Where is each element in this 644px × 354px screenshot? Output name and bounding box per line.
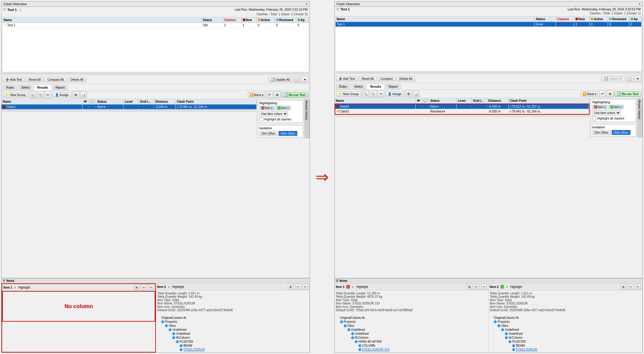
display-settings-tab[interactable]: Display Settings	[304, 99, 310, 138]
right-results-scrollbar[interactable]	[335, 115, 589, 117]
r-new-group-button[interactable]: 📁 New Group	[336, 91, 362, 97]
r-item-colors-select[interactable]: Use item colors	[592, 110, 621, 116]
r-tab-report[interactable]: Report	[385, 84, 401, 90]
item2-prop-5: Default GUID: 252534f8-105e-4377-ad1f-b5…	[157, 308, 308, 312]
next-btn[interactable]: ⚙	[274, 91, 281, 98]
results-icon-btn2[interactable]: 📎	[37, 91, 44, 98]
r-export-dropdown-btn[interactable]: ▾	[635, 75, 641, 82]
r2-tree-link-label[interactable]: STEEL/S355JR	[516, 348, 537, 351]
r-tree-steel153[interactable]: 🔷 STEEL/S355JR 153	[358, 348, 487, 352]
item1-btn3[interactable]: ✂	[149, 285, 154, 290]
item1-btn2[interactable]: ↩	[141, 285, 147, 290]
item2-btn1[interactable]: ⊞	[288, 284, 293, 289]
r-tree-link-label[interactable]: STEEL/S355JR 153	[362, 348, 390, 351]
tree-link-label[interactable]: STEEL/S355JR	[183, 348, 205, 351]
hide-other-btn[interactable]: Hide Other	[278, 131, 297, 136]
compact-all-button[interactable]: Compact All	[45, 77, 66, 82]
item-colors-select[interactable]: Use item colors	[259, 111, 288, 116]
add-test-button[interactable]: ➕ Add Test	[3, 77, 25, 82]
r-none-dropdown[interactable]: 🔽 None ▾	[581, 91, 598, 97]
tab-rules[interactable]: Rules	[3, 85, 17, 90]
dim-other-btn[interactable]: Dim Other	[259, 131, 278, 136]
r-hide-other-btn[interactable]: Hide Other	[612, 130, 631, 135]
highlight-all-checkbox[interactable]	[259, 117, 263, 121]
item2-prop-3: Item Name: STEEL/S355JR	[157, 302, 308, 305]
r-item2-btn1[interactable]: ⊞	[621, 284, 626, 289]
r2-tree-steel[interactable]: 🔷 STEEL/S355JR	[512, 348, 641, 352]
rcol-dist: Distance	[154, 99, 175, 104]
r-clash1-status-dropdown[interactable]: Resolved ▾	[430, 110, 455, 113]
export-btn[interactable]: 📋	[294, 76, 300, 83]
r-prev-btn[interactable]: ↶	[599, 90, 606, 97]
r-table-row[interactable]: Test 1 Done 2 1 0 0 0	[336, 22, 642, 27]
update-all-button[interactable]: 🔄 Update All	[268, 77, 293, 82]
results-icon-btn4[interactable]: ⚙	[72, 91, 79, 98]
r-compact-button[interactable]: Compact	[378, 76, 396, 81]
right-collapse-icon[interactable]: ▽	[337, 8, 339, 11]
r-delete-all-button[interactable]: Delete All	[397, 76, 415, 81]
r-results-icon-btn1[interactable]: 🔍	[362, 90, 369, 97]
r-item1-btn[interactable]: Item 1	[592, 105, 607, 109]
r-highlight-all-checkbox[interactable]	[592, 116, 596, 120]
clash1-row-right[interactable]: Clash1 Resolved ▾ -0.030 m (-79.491 m,	[335, 109, 589, 114]
r-item2-btn[interactable]: Item 2	[609, 105, 624, 109]
r-item2-prop-4: Item Icon: Geometry	[490, 305, 641, 308]
r-item1-btn2[interactable]: ↩	[474, 284, 480, 289]
r-tab-rules[interactable]: Rules	[336, 84, 351, 90]
new-group-button[interactable]: 📁 New Group	[3, 92, 28, 98]
r-display-settings-tab[interactable]: Display Settings	[637, 98, 642, 138]
r-update-all-button[interactable]: 🔄 Update All	[601, 76, 625, 81]
none-dropdown[interactable]: 🔽 None ▾	[248, 92, 265, 98]
item2-btn3[interactable]: ✂	[303, 284, 308, 289]
r-items-collapse[interactable]: ▽	[336, 279, 338, 282]
tab-select[interactable]: Select	[18, 85, 33, 90]
item1-btn[interactable]: Item 1	[259, 106, 274, 110]
r-rerun-test-button[interactable]: 🔄 Re-run Test	[614, 91, 641, 97]
right-scrollbar[interactable]	[335, 72, 642, 74]
clash1-row[interactable]: Clash1 New ▾ -0.030 m (-79.491 m, -51.1	[2, 105, 257, 109]
prev-btn[interactable]: ↶	[266, 91, 273, 98]
left-collapse-icon[interactable]: ▽	[3, 8, 6, 11]
item1-btn1[interactable]: ⊞	[134, 285, 139, 290]
results-icon-btn5[interactable]: 📊	[80, 91, 87, 98]
clash2-row[interactable]: Clash2 New ▾ -0.039 m (-79.522 m, -51.2	[335, 104, 589, 109]
table-row[interactable]: ⚠ Test 1 Old 1 1 0 0 0	[2, 23, 309, 28]
r-add-test-button[interactable]: ➕ Add Test	[336, 76, 358, 81]
results-icon-btn3[interactable]: ✂	[45, 91, 51, 98]
tree-item-steel[interactable]: 🔷 STEEL/S355JR	[179, 348, 308, 352]
r-results-icon-btn3[interactable]: ✂	[377, 90, 384, 97]
r-export-btn[interactable]: 📋	[627, 75, 633, 82]
r-item2-btn2[interactable]: ↩	[628, 284, 634, 289]
clash2-status-dropdown[interactable]: New ▾	[430, 105, 455, 108]
right-close-btn[interactable]: ×	[639, 2, 641, 6]
r-results-icon-btn2[interactable]: 📎	[370, 90, 377, 97]
r-tab-select[interactable]: Select	[351, 84, 366, 90]
item2-btn2[interactable]: ↩	[295, 284, 301, 289]
results-icon-btn1[interactable]: 🔍	[29, 91, 36, 98]
delete-all-button[interactable]: Delete All	[68, 77, 86, 82]
row-active: 0	[257, 23, 275, 28]
item2-btn[interactable]: Item 2	[276, 106, 291, 110]
r-assign-button[interactable]: 👤 Assign	[385, 91, 404, 97]
r-item2-btn3[interactable]: ✂	[635, 284, 641, 289]
export-dropdown-btn[interactable]: ▾	[302, 76, 308, 83]
left-close-btn[interactable]: ×	[306, 2, 307, 6]
r-reset-all-button[interactable]: Reset All	[359, 76, 376, 81]
r-item1-btn3[interactable]: ✂	[481, 284, 487, 289]
r-row-clashes: 2	[556, 22, 574, 27]
r-next-btn[interactable]: ⚙	[607, 90, 613, 97]
reset-all-button[interactable]: Reset All	[26, 77, 43, 82]
assign-button[interactable]: 👤 Assign	[52, 92, 72, 98]
tab-report[interactable]: Report	[52, 85, 68, 90]
tab-results[interactable]: Results	[34, 85, 51, 90]
r-dim-other-btn[interactable]: Dim Other	[592, 130, 611, 135]
r-item1-btn1[interactable]: ⊞	[467, 284, 472, 289]
clash1-status-dropdown[interactable]: New ▾	[97, 105, 122, 109]
rerun-test-button[interactable]: 🔄 Re-run Test	[282, 92, 308, 98]
r-results-icon-btn5[interactable]: 📊	[413, 90, 420, 97]
r-results-icon-btn4[interactable]: ⚙	[405, 90, 412, 97]
r-tab-results[interactable]: Results	[367, 84, 385, 90]
left-results-scrollbar[interactable]	[2, 109, 256, 112]
left-scrollbar[interactable]	[2, 73, 309, 75]
items-collapse[interactable]: ▽	[3, 279, 5, 282]
